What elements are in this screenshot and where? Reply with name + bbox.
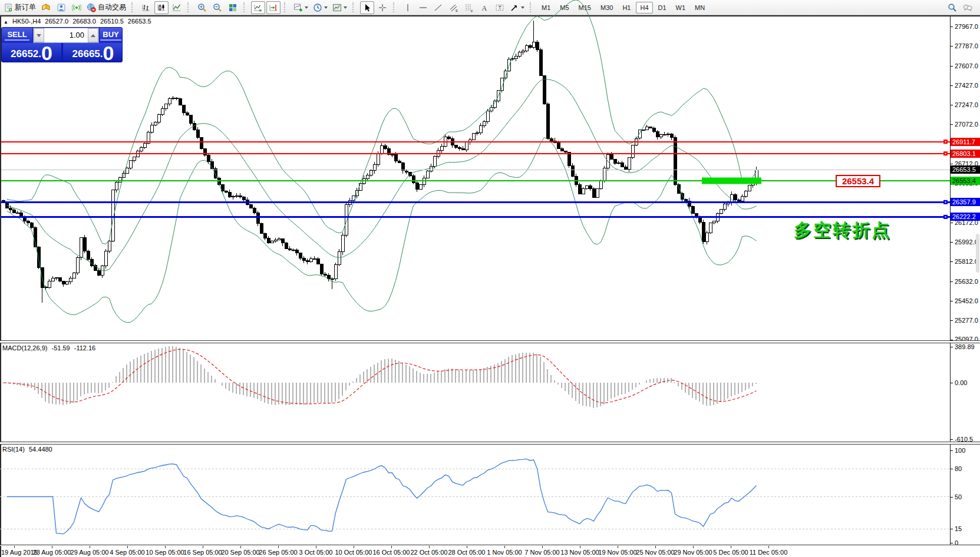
price-tag: 26357.9 xyxy=(951,198,980,206)
time-label: 10 Oct 05:00 xyxy=(335,549,372,556)
price-tick-mark xyxy=(951,85,953,86)
time-tick-mark xyxy=(693,546,694,548)
ohlc-high: 26683.0 xyxy=(72,18,96,25)
price-tick-label: 27247.0 xyxy=(955,101,978,108)
ohlc-low: 26510.5 xyxy=(100,18,124,25)
time-tick-mark xyxy=(14,546,15,548)
rsi-tick-mark xyxy=(951,497,953,498)
price-tick-label: 27427.0 xyxy=(955,82,978,89)
time-tick-mark xyxy=(354,546,354,548)
time-tick-mark xyxy=(429,546,430,548)
time-tick-mark xyxy=(731,546,731,548)
macd-tick-label: 389.89 xyxy=(955,343,975,350)
price-tick-mark xyxy=(951,242,953,243)
time-tick-mark xyxy=(240,546,241,548)
time-label: 4 Sep 05:00 xyxy=(110,549,144,556)
buy-button[interactable]: BUY xyxy=(99,28,122,43)
collapse-triangle-icon[interactable]: ▲ xyxy=(4,19,8,25)
price-tick-mark xyxy=(951,223,953,223)
time-label: 28 Oct 05:00 xyxy=(448,549,486,556)
time-label: 5 Dec 05:00 xyxy=(713,549,748,556)
price-tick-mark xyxy=(951,105,953,105)
volume-down-button[interactable] xyxy=(34,28,44,42)
price-tag: 26653.5 xyxy=(951,165,980,174)
price-tick-label: 27607.0 xyxy=(955,62,978,69)
chart-ohlc-header: ▲ HK50-,H4 26527.0 26683.0 26510.5 26653… xyxy=(4,18,154,25)
macd-tick-mark xyxy=(951,439,953,440)
volume-input[interactable]: 1.00 xyxy=(44,28,88,42)
macd-tick-mark xyxy=(951,383,953,383)
time-tick-mark xyxy=(655,546,656,548)
rsi-tick-label: 50 xyxy=(955,493,962,500)
price-tick-mark xyxy=(951,124,953,125)
time-label: 1 Nov 05:00 xyxy=(487,549,522,556)
triangle-up-icon xyxy=(91,34,95,37)
time-tick-mark xyxy=(618,546,618,548)
chinese-annotation[interactable]: 多空转折点 xyxy=(794,218,891,243)
community-chat-button[interactable] xyxy=(961,1,975,14)
time-tick-mark xyxy=(278,546,279,548)
chart-plot-area[interactable] xyxy=(0,0,950,557)
price-tick-label: 27787.0 xyxy=(955,42,978,49)
time-tick-mark xyxy=(768,546,769,548)
chat-icon xyxy=(963,3,972,12)
price-tag: 26222.2 xyxy=(951,213,980,221)
time-label: 19 Aug 2019 xyxy=(1,549,38,556)
time-tick-mark xyxy=(467,546,467,548)
price-tick-mark xyxy=(951,66,953,67)
time-tick-mark xyxy=(52,546,52,548)
price-tick-mark xyxy=(951,261,953,262)
triangle-down-icon xyxy=(37,34,41,37)
panel-splitter[interactable] xyxy=(0,442,980,445)
time-label: 26 Sep 05:00 xyxy=(259,549,297,556)
time-label: 16 Sep 05:00 xyxy=(183,549,222,556)
time-tick-mark xyxy=(580,546,580,548)
time-label: 11 Dec 05:00 xyxy=(750,549,788,556)
time-label: 3 Oct 05:00 xyxy=(299,549,333,556)
sell-price[interactable]: 26652.0 xyxy=(2,43,61,62)
volume-stepper: 1.00 xyxy=(33,28,99,43)
sell-button[interactable]: SELL xyxy=(2,28,33,43)
time-axis-border xyxy=(0,545,980,546)
time-tick-mark xyxy=(316,546,316,548)
time-label: 25 Nov 05:00 xyxy=(636,549,674,556)
buy-price[interactable]: 26665.0 xyxy=(63,43,123,62)
panel-splitter[interactable] xyxy=(0,340,980,343)
price-tick-label: 25632.0 xyxy=(955,278,978,285)
price-callout-label[interactable]: 26553.4 xyxy=(836,175,880,187)
price-tick-label: 27967.0 xyxy=(955,23,978,30)
time-label: 7 Nov 05:00 xyxy=(524,549,559,556)
price-tick-label: 27072.0 xyxy=(955,121,978,128)
price-tick-mark xyxy=(951,26,953,27)
price-tag: 26911.7 xyxy=(951,138,980,146)
symbol-timeframe: HK50-,H4 xyxy=(12,18,41,25)
time-tick-mark xyxy=(542,546,543,548)
macd-tick-label: 0.00 xyxy=(955,379,967,386)
one-click-trading-panel: SELL 1.00 BUY 26652.0 26665.0 xyxy=(1,27,123,62)
time-label: 10 Sep 05:00 xyxy=(146,549,184,556)
price-tick-label: 25812.0 xyxy=(955,258,978,265)
rsi-tick-mark xyxy=(951,450,953,451)
time-label: 29 Aug 05:00 xyxy=(71,549,109,556)
rsi-label: RSI(14) 54.4480 xyxy=(2,446,55,453)
time-label: 22 Oct 05:00 xyxy=(411,549,448,556)
scrollbar-thumb[interactable] xyxy=(976,234,979,273)
rsi-tick-label: 15 xyxy=(955,525,962,532)
rsi-tick-label: 80 xyxy=(955,465,962,472)
time-tick-mark xyxy=(203,546,203,548)
rsi-tick-label: 100 xyxy=(955,447,965,454)
macd-label: MACD(12,26,9) -51.59 -112.16 xyxy=(2,344,98,352)
time-tick-mark xyxy=(391,546,392,548)
price-tag: 26553.4 xyxy=(951,177,980,185)
time-tick-mark xyxy=(90,546,90,548)
time-label: 13 Nov 05:00 xyxy=(560,549,599,556)
time-tick-mark xyxy=(504,546,505,548)
time-tick-mark xyxy=(127,546,128,548)
volume-up-button[interactable] xyxy=(88,28,98,42)
time-label: 16 Oct 05:00 xyxy=(373,549,410,556)
price-tick-label: 25992.0 xyxy=(955,238,978,246)
price-tick-mark xyxy=(951,301,953,301)
price-tag: 26803.1 xyxy=(951,150,980,158)
macd-tick-mark xyxy=(951,347,953,347)
time-label: 19 Nov 05:00 xyxy=(598,549,636,556)
